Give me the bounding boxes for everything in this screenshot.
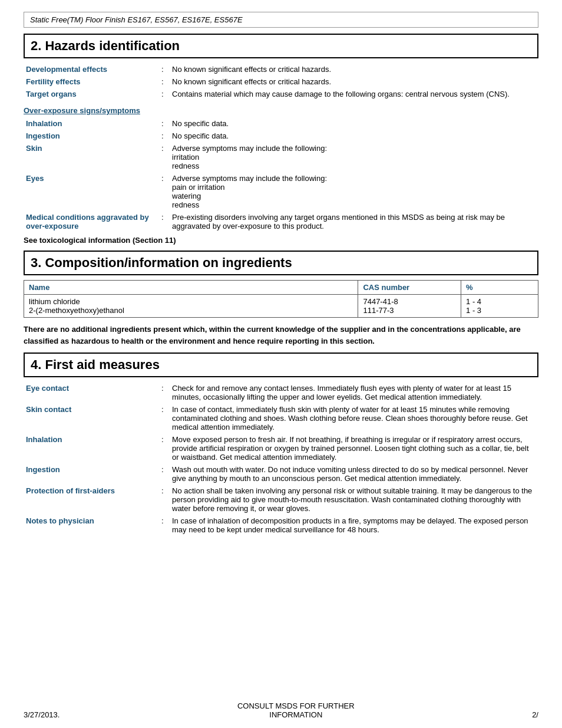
notes-physician-value: In case of inhalation of decomposition p…	[170, 515, 538, 536]
table-row: Skin contact : In case of contact, immed…	[24, 403, 538, 433]
col-header-pct: %	[461, 281, 538, 295]
skin-label: Skin	[24, 142, 159, 172]
skin-contact-value: In case of contact, immediately flush sk…	[170, 403, 538, 433]
page: Static Free(TM) Floor Finish ES167, ES56…	[0, 0, 562, 728]
see-note: See toxicological information (Section 1…	[24, 236, 538, 245]
table-row: Protection of first-aiders : No action s…	[24, 485, 538, 515]
table-row: Ingestion : No specific data.	[24, 130, 538, 142]
medical-conditions-label: Medical conditions aggravated by over-ex…	[24, 211, 159, 232]
fertility-label: Fertility effects	[24, 75, 159, 88]
ingredients-table: Name CAS number % lithium chloride2-(2-m…	[24, 280, 538, 318]
ingredients-note: There are no additional ingredients pres…	[24, 324, 538, 347]
table-row: Medical conditions aggravated by over-ex…	[24, 211, 538, 232]
section4-header: 4. First aid measures	[24, 353, 538, 377]
section4-title: 4. First aid measures	[31, 357, 531, 373]
table-header-row: Name CAS number %	[24, 281, 538, 295]
skin-contact-label: Skin contact	[24, 403, 159, 433]
ingredient-cas-1: 7447-41-8111-77-3	[358, 295, 461, 318]
eye-contact-label: Eye contact	[24, 382, 159, 403]
skin-value: Adverse symptoms may include the followi…	[170, 142, 538, 172]
table-row: Eye contact : Check for and remove any c…	[24, 382, 538, 403]
footer-date: 3/27/2013.	[24, 710, 59, 719]
dev-effects-label: Developmental effects	[24, 63, 159, 75]
section3-title: 3. Composition/information on ingredient…	[31, 255, 531, 271]
ingestion-value: No specific data.	[170, 130, 538, 142]
page-footer: 3/27/2013. CONSULT MSDS FOR FURTHER INFO…	[0, 701, 562, 719]
inhalation-value: No specific data.	[170, 117, 538, 130]
notes-physician-label: Notes to physician	[24, 515, 159, 536]
footer-page: 2/	[532, 710, 538, 719]
overexposure-link[interactable]: Over-exposure signs/symptoms	[24, 106, 140, 115]
table-row: Target organs : Contains material which …	[24, 88, 538, 100]
section3-header: 3. Composition/information on ingredient…	[24, 251, 538, 275]
ingestion-firstaid-value: Wash out mouth with water. Do not induce…	[170, 463, 538, 485]
inhalation-firstaid-value: Move exposed person to fresh air. If not…	[170, 433, 538, 463]
dev-effects-value: No known significant effects or critical…	[170, 63, 538, 75]
fertility-value: No known significant effects or critical…	[170, 75, 538, 88]
document-header: Static Free(TM) Floor Finish ES167, ES56…	[24, 12, 538, 28]
protection-firstaid-label: Protection of first-aiders	[24, 485, 159, 515]
ingestion-firstaid-label: Ingestion	[24, 463, 159, 485]
eyes-value: Adverse symptoms may include the followi…	[170, 172, 538, 211]
section2-title: 2. Hazards identification	[31, 38, 531, 54]
table-row: Eyes : Adverse symptoms may include the …	[24, 172, 538, 211]
section2-header: 2. Hazards identification	[24, 34, 538, 58]
ingestion-label: Ingestion	[24, 130, 159, 142]
document-title: Static Free(TM) Floor Finish ES167, ES56…	[30, 15, 243, 24]
ingredient-pct-1: 1 - 41 - 3	[461, 295, 538, 318]
table-row: Notes to physician : In case of inhalati…	[24, 515, 538, 536]
col-header-cas: CAS number	[358, 281, 461, 295]
medical-conditions-value: Pre-existing disorders involving any tar…	[170, 211, 538, 232]
table-row: Developmental effects : No known signifi…	[24, 63, 538, 75]
section4-table: Eye contact : Check for and remove any c…	[24, 382, 538, 536]
inhalation-firstaid-label: Inhalation	[24, 433, 159, 463]
ingredient-name-1: lithium chloride2-(2-methoxyethoxy)ethan…	[24, 295, 358, 318]
protection-firstaid-value: No action shall be taken involving any p…	[170, 485, 538, 515]
col-header-name: Name	[24, 281, 358, 295]
footer-center-text: CONSULT MSDS FOR FURTHER INFORMATION	[237, 701, 355, 719]
target-organs-label: Target organs	[24, 88, 159, 100]
table-row: Inhalation : Move exposed person to fres…	[24, 433, 538, 463]
section2-main-table: Developmental effects : No known signifi…	[24, 63, 538, 100]
inhalation-label: Inhalation	[24, 117, 159, 130]
table-row: Skin : Adverse symptoms may include the …	[24, 142, 538, 172]
target-organs-value: Contains material which may cause damage…	[170, 88, 538, 100]
section2-symptoms-table: Inhalation : No specific data. Ingestion…	[24, 117, 538, 232]
eye-contact-value: Check for and remove any contact lenses.…	[170, 382, 538, 403]
eyes-label: Eyes	[24, 172, 159, 211]
table-row: Ingestion : Wash out mouth with water. D…	[24, 463, 538, 485]
table-row: Fertility effects : No known significant…	[24, 75, 538, 88]
table-row: Inhalation : No specific data.	[24, 117, 538, 130]
table-row: lithium chloride2-(2-methoxyethoxy)ethan…	[24, 295, 538, 318]
